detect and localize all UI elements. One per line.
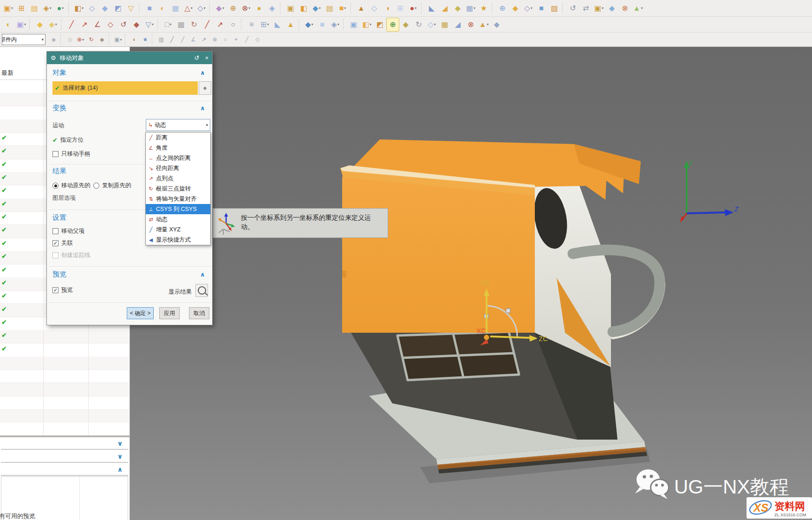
tool-icon[interactable]: ▣ — [285, 2, 297, 15]
preview-checkbox[interactable]: ✓ 预览 — [52, 286, 73, 294]
dropdown-item[interactable]: ↻根据三点旋转 — [146, 184, 210, 194]
tool-icon[interactable]: ◈ — [49, 34, 58, 45]
tool-icon[interactable]: ◩ — [112, 2, 124, 15]
chevron-down-icon[interactable]: ∨ — [117, 453, 123, 460]
tool-icon[interactable]: ◐ — [156, 2, 169, 15]
tool-icon[interactable]: ⊗▾ — [240, 2, 252, 15]
tool-icon[interactable]: ⊗ — [619, 2, 631, 15]
tool-icon[interactable]: ▣▾ — [2, 2, 14, 15]
feature-check-icon[interactable]: ✔ — [1, 266, 7, 273]
section-object-header[interactable]: 对象 — [52, 68, 66, 77]
csys-origin[interactable] — [484, 335, 489, 340]
feature-check-icon[interactable]: ✔ — [1, 252, 7, 260]
dropdown-item[interactable]: ↗点到点 — [146, 173, 210, 184]
tool-icon[interactable]: ⊞ — [394, 2, 406, 15]
close-icon[interactable]: × — [205, 54, 208, 61]
graphics-viewport[interactable]: YC XC ZC Y Z UG一NX教程 XS 资料网 ZL.X — [130, 47, 812, 520]
apply-button[interactable]: 应用 — [159, 307, 180, 319]
chevron-up-icon[interactable]: ∧ — [200, 271, 205, 278]
tool-icon[interactable]: ◑ — [381, 2, 393, 15]
tool-icon[interactable]: ◇▾ — [426, 18, 438, 31]
feature-check-icon[interactable]: ✔ — [1, 292, 7, 299]
dropdown-item[interactable]: ∠角度 — [146, 143, 210, 153]
tool-icon[interactable]: ◆ — [452, 2, 464, 15]
tool-icon[interactable]: ╱ — [201, 18, 213, 31]
motion-combo[interactable]: ↳ 动态 ▾ — [146, 119, 210, 131]
move-original-radio[interactable]: 移动原先的 — [52, 182, 91, 190]
tool-icon[interactable]: ●▾ — [54, 2, 66, 15]
tool-icon[interactable]: ◆ — [400, 18, 412, 31]
show-result-button[interactable] — [195, 284, 208, 297]
navigator-row[interactable] — [0, 396, 129, 409]
tool-icon[interactable]: + — [231, 34, 241, 45]
tool-icon[interactable]: ↻ — [86, 34, 96, 45]
feature-check-icon[interactable]: ✔ — [1, 279, 7, 286]
tool-icon[interactable]: ╱ — [65, 18, 78, 31]
tool-icon[interactable]: ◐ — [2, 18, 14, 31]
navigator-section-bar[interactable]: ∧ — [1, 463, 128, 476]
chevron-up-icon[interactable]: ∧ — [200, 69, 205, 76]
tool-icon[interactable]: ▲▾ — [632, 2, 644, 15]
tool-icon[interactable]: ⊕ — [227, 2, 239, 15]
feature-check-icon[interactable]: ✔ — [1, 173, 7, 181]
move-parents-checkbox[interactable]: 移动父项 — [52, 227, 84, 235]
tool-icon[interactable]: ◈▾ — [47, 18, 59, 31]
point-dialog-button[interactable]: ⌖ — [199, 81, 211, 95]
csys-rotate-handle[interactable] — [506, 309, 510, 313]
tool-icon[interactable]: ▣▾ — [113, 34, 123, 45]
feature-check-icon[interactable]: ✔ — [1, 226, 7, 233]
tool-icon[interactable]: ◇▾ — [522, 2, 534, 15]
tool-icon[interactable]: ■ — [535, 2, 547, 15]
navigator-row[interactable] — [0, 330, 129, 343]
tool-icon[interactable]: ◇ — [368, 2, 380, 15]
tool-icon[interactable]: ◆ — [99, 2, 111, 15]
tool-icon[interactable]: ↺ — [567, 2, 579, 15]
chevron-up-icon[interactable]: ∧ — [117, 466, 123, 473]
only-move-handles-checkbox[interactable]: 只移动手柄 — [52, 150, 91, 158]
associative-checkbox[interactable]: ✓ 关联 — [52, 239, 73, 247]
tool-icon[interactable]: ⊞▾ — [259, 18, 271, 31]
tool-icon[interactable]: ╱ — [167, 34, 177, 45]
tool-icon[interactable]: ╱ — [242, 34, 252, 45]
tool-icon[interactable]: ▽ — [125, 2, 137, 15]
section-result-header[interactable]: 结果 — [52, 167, 66, 176]
tool-icon[interactable]: ⊗ — [465, 18, 477, 31]
tool-icon[interactable]: ◇ — [104, 18, 117, 31]
dropdown-item[interactable]: ↔点之间的距离 — [146, 153, 210, 163]
tool-icon[interactable]: ○ — [221, 34, 230, 45]
tool-icon[interactable]: ≡ — [246, 18, 258, 31]
feature-check-icon[interactable]: ✔ — [1, 200, 7, 207]
navigator-row[interactable] — [0, 409, 129, 422]
tool-icon[interactable]: ▦ — [169, 2, 182, 15]
tool-icon[interactable]: ⊕ — [210, 34, 220, 45]
tool-icon[interactable]: ╱ — [178, 34, 188, 45]
tool-icon[interactable]: ▲ — [285, 18, 297, 31]
tool-icon[interactable]: ◧▾ — [73, 2, 85, 15]
dropdown-item[interactable]: ⇅将轴与矢量对齐 — [146, 194, 210, 204]
feature-check-icon[interactable]: ✔ — [1, 239, 7, 247]
tool-icon[interactable]: ●▾ — [407, 2, 419, 15]
section-settings-header[interactable]: 设置 — [52, 213, 66, 222]
tool-icon[interactable]: ▤ — [28, 2, 40, 15]
tool-icon[interactable]: ⊕ — [387, 18, 399, 31]
dropdown-item[interactable]: ╱增量 XYZ — [146, 224, 210, 235]
scope-filter-combo[interactable]: 部件内 ▾ — [2, 34, 45, 45]
tool-icon[interactable]: ∠ — [91, 18, 104, 31]
tool-icon[interactable]: ▣▾ — [593, 2, 605, 15]
section-transform-header[interactable]: 变换 — [52, 104, 66, 112]
tool-icon[interactable]: ▤ — [324, 2, 336, 15]
tool-icon[interactable]: ◈ — [266, 2, 278, 15]
tool-icon[interactable]: ★ — [478, 2, 490, 15]
feature-check-icon[interactable]: ✔ — [1, 305, 7, 313]
tool-icon[interactable]: ▣ — [348, 18, 360, 31]
tool-icon[interactable]: ⊕▾ — [76, 34, 85, 45]
dropdown-item[interactable]: ╱距离 — [146, 132, 210, 143]
feature-check-icon[interactable]: ✔ — [1, 213, 7, 220]
dropdown-item[interactable]: ⇄动态 — [146, 214, 210, 224]
ok-button[interactable]: < 确定 > — [127, 307, 154, 319]
feature-check-icon[interactable]: ✔ — [1, 134, 7, 141]
copy-original-radio[interactable]: 复制原先的 — [93, 182, 131, 190]
tool-icon[interactable]: ↗ — [199, 34, 209, 45]
tool-icon[interactable]: ◣ — [426, 2, 438, 15]
model-window-grid[interactable] — [397, 332, 519, 380]
